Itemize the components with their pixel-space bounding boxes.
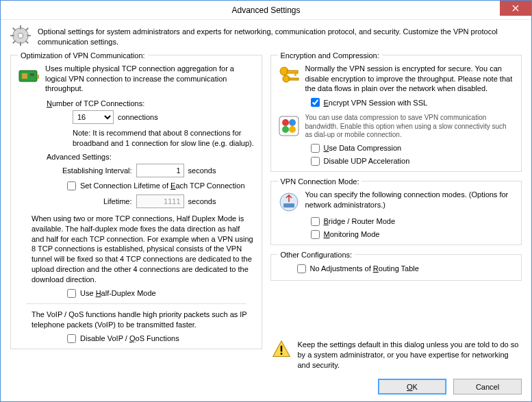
svg-line-6 — [26, 41, 29, 44]
advanced-settings-label: Advanced Settings: — [47, 153, 255, 161]
svg-line-5 — [13, 28, 16, 31]
connection-mode-legend: VPN Connection Mode: — [278, 177, 362, 186]
dialog-buttons: OK Cancel — [270, 379, 522, 394]
close-icon — [512, 5, 519, 12]
svg-rect-13 — [37, 75, 39, 79]
svg-point-22 — [282, 126, 289, 133]
other-config-legend: Other Configurations: — [278, 251, 355, 259]
connections-note: Note: It is recommend that about 8 conne… — [73, 128, 255, 149]
encryption-desc: Normally the VPN session is encrypted fo… — [305, 64, 515, 95]
window-title: Advanced Settings — [231, 5, 300, 15]
separator — [26, 303, 246, 304]
encryption-legend: Encryption and Compression: — [278, 51, 382, 60]
warning-icon — [272, 340, 291, 359]
svg-rect-27 — [280, 353, 281, 355]
router-icon — [278, 191, 300, 213]
establishing-interval-suffix: seconds — [188, 166, 216, 175]
voip-desc: The VoIP / QoS functions handle high pri… — [31, 310, 255, 330]
encryption-group: Encryption and Compression: Normally the… — [270, 51, 522, 172]
close-button[interactable] — [500, 1, 531, 16]
half-duplex-checkbox[interactable]: Use Half-Duplex Mode — [67, 289, 255, 298]
advanced-settings-dialog: Advanced Settings Optional settings for … — [0, 0, 532, 402]
compression-desc: You can use data compression to save VPN… — [305, 114, 515, 140]
warning-text: Keep the settings default in this dialog… — [298, 340, 521, 370]
connection-mode-desc: You can specify the following connection… — [305, 190, 515, 210]
svg-point-23 — [289, 126, 296, 133]
establishing-interval-input[interactable] — [136, 164, 184, 177]
no-routing-adjust-checkbox[interactable]: No Adjustments of Routing Table — [297, 264, 515, 273]
encrypt-ssl-checkbox[interactable]: Encrypt VPN Session with SSL — [311, 98, 515, 107]
svg-point-20 — [282, 119, 289, 126]
lifetime-label: Lifetime: — [103, 197, 132, 205]
intro-row: Optional settings for system administrat… — [10, 25, 522, 47]
lifetime-suffix: seconds — [188, 197, 216, 205]
svg-point-9 — [18, 33, 23, 38]
ok-button[interactable]: OK — [378, 379, 446, 394]
num-connections-label: Number of TCP Connections: — [47, 99, 255, 108]
cancel-button[interactable]: Cancel — [453, 379, 522, 394]
other-config-group: Other Configurations: No Adjustments of … — [270, 251, 522, 281]
svg-rect-18 — [289, 78, 299, 80]
intro-text: Optional settings for system administrat… — [38, 25, 522, 47]
disable-udp-checkbox[interactable]: Disable UDP Acceleration — [311, 157, 515, 166]
gear-icon — [10, 25, 31, 46]
svg-line-7 — [26, 28, 29, 31]
svg-rect-25 — [283, 203, 294, 208]
compression-icon — [278, 115, 300, 137]
svg-line-8 — [13, 41, 16, 44]
connections-suffix: connections — [118, 113, 158, 121]
optimization-legend: Optimization of VPN Communication: — [18, 51, 148, 60]
svg-rect-16 — [294, 73, 296, 76]
bridge-mode-checkbox[interactable]: Bridge / Router Mode — [311, 217, 515, 226]
titlebar: Advanced Settings — [1, 1, 531, 20]
lifetime-input[interactable] — [136, 194, 184, 208]
connection-mode-group: VPN Connection Mode: You can specify the… — [270, 177, 522, 245]
svg-rect-10 — [19, 71, 37, 81]
svg-rect-12 — [30, 73, 34, 76]
disable-voip-checkbox[interactable]: Disable VoIP / QoS Functions — [67, 334, 255, 343]
use-compression-checkbox[interactable]: Use Data Compression — [311, 144, 515, 153]
svg-rect-11 — [22, 73, 27, 79]
svg-rect-15 — [287, 71, 298, 73]
nic-icon — [18, 65, 40, 87]
half-duplex-desc: When using two or more TCP connections, … — [31, 214, 255, 285]
keys-icon — [278, 65, 300, 87]
optimization-desc: Uses multiple physical TCP connection ag… — [45, 64, 255, 95]
num-connections-select[interactable]: 16 — [73, 110, 114, 124]
svg-rect-19 — [279, 116, 299, 136]
warning-row: Keep the settings default in this dialog… — [272, 340, 521, 370]
establishing-interval-label: Establishing Interval: — [62, 166, 132, 175]
monitoring-mode-checkbox[interactable]: Monitoring Mode — [311, 230, 515, 239]
set-lifetime-checkbox[interactable]: Set Connection Lifetime of Each TCP Conn… — [67, 181, 255, 190]
svg-point-21 — [289, 119, 296, 126]
svg-rect-26 — [280, 346, 281, 352]
optimization-group: Optimization of VPN Communication: Uses … — [10, 51, 262, 349]
